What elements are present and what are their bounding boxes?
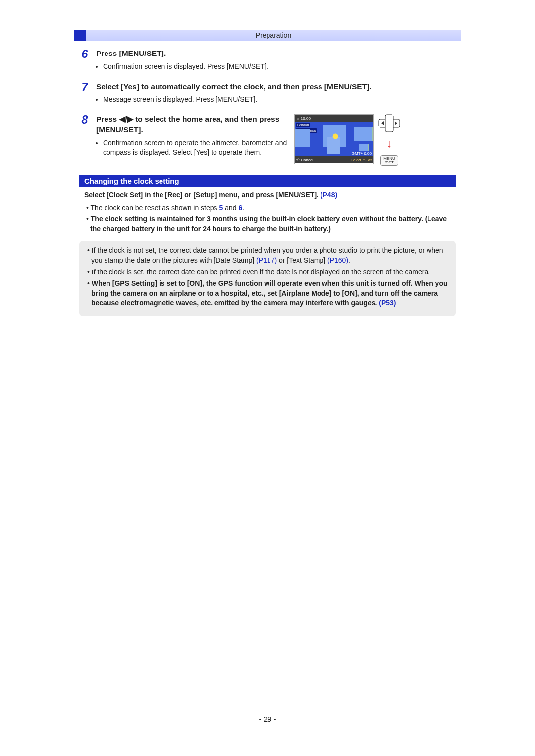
step-6: 6 Press [MENU/SET]. Confirmation screen … [79,49,456,73]
clock-select-line: Select [Clock Set] in the [Rec] or [Setu… [84,190,453,200]
step-number: 7 [79,82,90,106]
info-item-2: If the clock is set, the correct date ca… [86,268,449,277]
map-pin-icon: ⬤ [332,133,338,139]
link-p48[interactable]: (P48) [321,191,337,199]
map-select: Select ⯑ Set [351,158,372,162]
info-box: If the clock is not set, the correct dat… [79,241,456,316]
info-item-1: If the clock is not set, the correct dat… [86,246,449,265]
link-p160[interactable]: (P160) [327,256,348,264]
step-title: Select [Yes] to automatically correct th… [96,82,456,92]
map-time: 10:00 [301,116,311,121]
home-icon: ⌂ [297,116,299,121]
link-p117[interactable]: (P117) [256,256,277,264]
step-number: 6 [79,49,90,73]
step-bullet: Confirmation screen to operate the altim… [103,138,289,158]
map-gmt: GMT+ 0:00 [352,151,372,156]
page-number: - 29 - [74,715,461,723]
step-8: 8 Press ◀/▶ to select the home area, and… [79,114,456,166]
dpad-icon [378,114,400,132]
step-bullet: Message screen is displayed. Press [MENU… [103,95,311,105]
clock-setting-heading: Changing the clock setting [79,175,456,187]
map-cancel: Cancel [296,158,313,162]
step-number: 8 [79,114,90,166]
menu-set-button-icon: MENU /SET [380,155,398,166]
info-item-3: When [GPS Setting] is set to [ON], the G… [86,279,449,308]
step-title: Press [MENU/SET]. [96,49,456,59]
clock-bullet-1: The clock can be reset as shown in steps… [85,203,453,213]
link-p53[interactable]: (P53) [379,299,396,307]
arrow-down-icon: ↓ [387,137,392,150]
section-header: Preparation [86,30,461,41]
clock-bullet-2: The clock setting is maintained for 3 mo… [85,215,453,234]
world-map-screenshot: ⌂ 10:00 London Casablanca ⬤ G [294,114,374,164]
step-7: 7 Select [Yes] to automatically correct … [79,82,456,106]
svg-rect-2 [387,120,392,126]
step-title: Press ◀/▶ to select the home area, and t… [96,114,289,135]
step-bullet: Confirmation screen is displayed. Press … [103,62,311,72]
map-city-1: London [296,123,310,127]
